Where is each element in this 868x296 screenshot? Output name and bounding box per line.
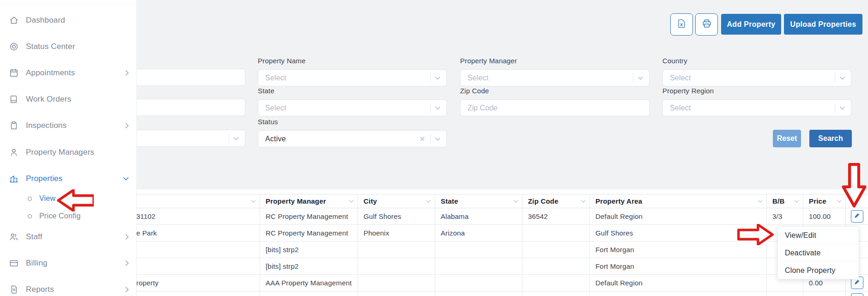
building-icon [8, 173, 19, 184]
export-excel-button[interactable] [670, 13, 693, 36]
cell-state [435, 242, 522, 258]
select-placeholder: Select [265, 104, 286, 112]
column-header-bb[interactable]: B/B [767, 194, 803, 208]
cell-property-manager [260, 291, 358, 296]
property-name-select[interactable]: Select [258, 69, 447, 86]
column-header-city[interactable]: City [358, 194, 435, 208]
print-icon [702, 18, 712, 30]
menu-item-view-edit[interactable]: View/Edit [778, 227, 858, 244]
table-row[interactable] [92, 291, 868, 296]
edit-property-button[interactable] [851, 210, 863, 223]
sidebar-item-appointments[interactable]: Appointments [0, 64, 136, 82]
column-header-actions [846, 194, 868, 208]
menu-item-deactivate[interactable]: Deactivate [778, 244, 858, 262]
sidebar-subitem-price-config[interactable]: Price Config [0, 208, 136, 224]
add-property-button[interactable]: Add Property [721, 14, 781, 35]
cell-bb: 3/3 [767, 208, 803, 225]
row-context-menu: View/Edit Deactivate Clone Property [777, 226, 859, 279]
sidebar-item-dashboard[interactable]: Dashboard [0, 11, 136, 30]
cell-bb [767, 291, 803, 296]
people-icon [8, 231, 19, 242]
calendar-icon [8, 67, 19, 79]
sidebar-item-label: Dashboard [26, 16, 65, 25]
property-manager-label: Property Manager [460, 57, 649, 65]
cell-city [358, 242, 435, 258]
filter-country: Country Select [662, 57, 851, 86]
column-header-state[interactable]: State [435, 194, 522, 208]
sidebar-item-property-managers[interactable]: Property Managers [0, 143, 136, 162]
column-header-zip-code[interactable]: Zip Code [522, 194, 590, 208]
sort-chevron-icon[interactable] [578, 199, 586, 203]
cell-property-area [590, 291, 767, 296]
cell-city: Phoenix [358, 225, 435, 242]
sort-chevron-icon[interactable] [423, 199, 431, 203]
cell-price: 100.00 [803, 208, 846, 225]
property-name-label: Property Name [258, 57, 447, 65]
sidebar-item-work-orders[interactable]: Work Orders [0, 90, 136, 109]
cell-property-manager: RC Property Management [260, 208, 358, 225]
country-select[interactable]: Select [662, 69, 851, 86]
table-row[interactable]: [bits] strp2 Fort Morgan [92, 258, 868, 275]
chevron-down-icon [435, 104, 441, 112]
search-button[interactable]: Search [809, 130, 852, 147]
pencil-icon [854, 212, 860, 220]
cell-actions [846, 291, 868, 296]
properties-table: Property Manager City State Zip Code Pro… [92, 194, 868, 296]
column-header-property-area[interactable]: Property Area [590, 194, 767, 208]
sidebar-item-staff[interactable]: Staff [0, 228, 136, 246]
sort-chevron-icon[interactable] [510, 199, 518, 203]
table-header-row: Property Manager City State Zip Code Pro… [92, 194, 868, 208]
cell-city: Gulf Shores [358, 208, 435, 225]
table-row[interactable]: e Park RC Property Management Phoenix Ar… [92, 225, 868, 242]
clear-icon[interactable] [420, 136, 425, 141]
billing-card-icon [8, 258, 19, 269]
edit-property-button[interactable] [851, 293, 863, 296]
menu-item-clone-property[interactable]: Clone Property [778, 262, 858, 279]
cell-city [358, 275, 435, 291]
cell-zip-code [522, 291, 590, 296]
sidebar-item-label: Reports [26, 285, 54, 294]
bullet-icon [28, 214, 32, 218]
chevron-down-icon [839, 74, 845, 82]
sort-chevron-icon[interactable] [248, 199, 256, 203]
sidebar-subitem-view[interactable]: View [0, 191, 136, 206]
sidebar-item-properties[interactable]: Properties [0, 169, 136, 188]
print-button[interactable] [695, 13, 718, 36]
upload-properties-button[interactable]: Upload Properties [784, 14, 862, 35]
filter-property-region: Property Region Select [662, 87, 851, 116]
cell-property-manager: RC Property Management [260, 225, 358, 242]
cell-state [435, 258, 522, 275]
state-select[interactable]: Select [258, 99, 447, 116]
sidebar-item-label: Property Managers [26, 148, 94, 157]
sidebar-item-label: Inspections [26, 121, 67, 130]
status-center-icon [8, 41, 19, 52]
column-header-price[interactable]: Price [803, 194, 846, 208]
sidebar-subitem-label: View [39, 194, 55, 203]
sort-chevron-icon[interactable] [834, 199, 842, 203]
zip-code-input[interactable] [460, 99, 649, 116]
filter-property-name: Property Name Select [258, 57, 447, 86]
status-select[interactable]: Active [258, 130, 447, 147]
cell-zip-code [522, 225, 590, 242]
sidebar-item-label: Status Center [26, 42, 75, 51]
table-row[interactable]: 31102 RC Property Management Gulf Shores… [92, 208, 868, 225]
filter-state: State Select [258, 87, 447, 116]
sidebar-item-inspections[interactable]: Inspections [0, 116, 136, 135]
column-header-property-manager[interactable]: Property Manager [260, 194, 358, 208]
select-placeholder: Select [670, 74, 691, 82]
table-row[interactable]: [bits] strp2 Fort Morgan [92, 242, 868, 258]
home-icon [8, 15, 19, 26]
sidebar-item-label: Appointments [26, 68, 75, 78]
reset-button[interactable]: Reset [773, 130, 801, 147]
table-row[interactable]: roperty AAA Property Management Default … [92, 275, 868, 291]
sidebar-item-label: Properties [26, 174, 62, 183]
property-region-select[interactable]: Select [662, 99, 851, 116]
sidebar-item-status-center[interactable]: Status Center [0, 37, 136, 56]
chevron-right-icon [125, 234, 129, 240]
sort-chevron-icon[interactable] [346, 199, 354, 203]
property-manager-select[interactable]: Select [460, 69, 649, 86]
sidebar-item-reports[interactable]: Reports [0, 280, 136, 296]
sort-chevron-icon[interactable] [755, 199, 763, 203]
sidebar-item-billing[interactable]: Billing [0, 254, 136, 272]
sort-chevron-icon[interactable] [791, 199, 799, 203]
